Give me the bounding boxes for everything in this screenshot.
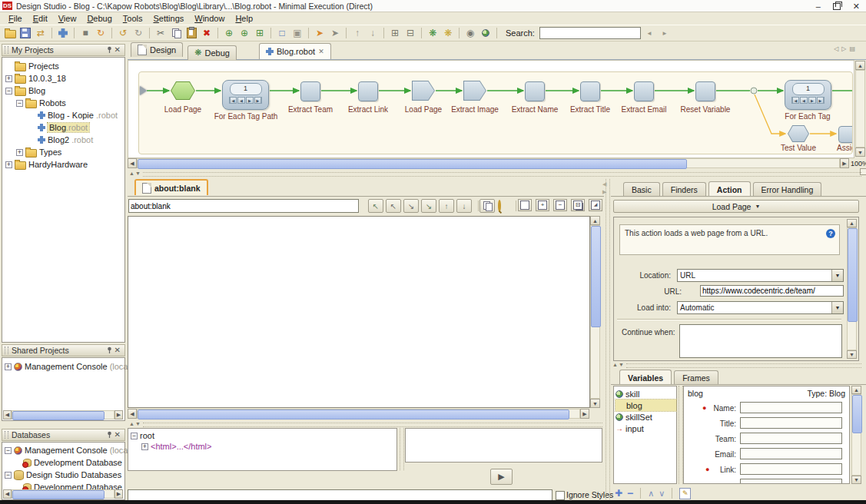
tab-action[interactable]: Action — [708, 181, 751, 197]
field-team-input[interactable] — [740, 433, 842, 444]
tree-item-projects[interactable]: Projects — [5, 60, 124, 72]
cut-icon[interactable]: ✂ — [154, 27, 168, 40]
tree-item-hardyhardware[interactable]: HardyHardware — [5, 158, 124, 171]
collapse-all-icon[interactable]: ⊟ — [403, 27, 417, 40]
menu-view[interactable]: View — [53, 12, 82, 25]
viewport-scroll-left[interactable]: ◀ — [128, 409, 137, 419]
tree-item-dev-database-1[interactable]: Development Database — [5, 456, 124, 469]
insert-step-after-icon[interactable]: ⊕ — [237, 27, 251, 40]
horizontal-scrollbar[interactable] — [12, 489, 114, 499]
edit-variable-icon[interactable]: ✎ — [679, 488, 691, 499]
dom-html-row[interactable]: <html>...</html> — [131, 441, 397, 452]
loop-prev-icon[interactable]: ◀ — [237, 97, 245, 104]
tree-item-robots[interactable]: Robots — [5, 97, 124, 109]
menu-settings[interactable]: Settings — [148, 12, 190, 25]
browse-at-icon[interactable]: ◉ — [463, 27, 477, 40]
scrollbar-thumb[interactable] — [138, 159, 687, 169]
splitter-collapse-icons[interactable]: ▲▼ — [129, 421, 141, 426]
step-reset-variable[interactable] — [695, 81, 715, 101]
search-next-icon[interactable]: ► — [658, 27, 672, 40]
loop-first-icon[interactable]: ◀ — [791, 97, 799, 104]
splitter-collapse-icons[interactable]: ▲▼ — [129, 171, 141, 176]
debug-run-icon[interactable]: ❋ — [426, 27, 440, 40]
move-variable-down-icon[interactable]: ∨ — [659, 489, 665, 499]
close-button[interactable]: ✕ — [853, 1, 860, 12]
viewport-scroll-right[interactable]: ▶ — [580, 409, 589, 419]
splitter-collapse-icons[interactable]: ▲▼ — [612, 362, 625, 367]
url-input[interactable] — [700, 285, 844, 297]
move-variable-up-icon[interactable]: ∧ — [648, 489, 654, 499]
field-name-input[interactable] — [740, 402, 842, 413]
step-out-icon[interactable]: ➤ — [328, 27, 342, 40]
variable-input[interactable]: → input — [615, 423, 676, 434]
step-extract-team[interactable] — [300, 81, 320, 101]
variable-skillset[interactable]: skillSet — [615, 411, 676, 423]
flow-horizontal-scrollbar[interactable] — [137, 158, 840, 168]
field-link-input[interactable] — [740, 463, 842, 475]
browser-viewport[interactable] — [128, 216, 590, 408]
tab-variables[interactable]: Variables — [619, 370, 672, 385]
action-selector-dropdown[interactable]: Load Page ▼ — [613, 200, 859, 213]
flow-vertical-scrollbar[interactable] — [855, 70, 865, 148]
tree-item-blog-robot-selected[interactable]: Blog.robot — [5, 121, 124, 134]
panel-scroll-up[interactable]: ▲ — [847, 219, 857, 227]
expand-icon[interactable] — [5, 75, 12, 82]
expand-icon[interactable] — [5, 161, 12, 168]
tab-finders[interactable]: Finders — [662, 182, 706, 196]
tree-item-blog-project[interactable]: Blog — [5, 85, 124, 97]
tab-about-blank[interactable]: about:blank — [134, 179, 208, 195]
vertical-splitter[interactable] — [400, 428, 404, 470]
menu-window[interactable]: Window — [189, 12, 230, 25]
step-over-icon[interactable]: ➤ — [313, 27, 327, 40]
tab-error-handling[interactable]: Error Handling — [753, 182, 822, 196]
search-prev-icon[interactable]: ◄ — [642, 27, 656, 40]
step-extract-link[interactable] — [358, 81, 378, 101]
viewport-vertical-scrollbar[interactable] — [590, 225, 600, 399]
paste-icon[interactable] — [184, 27, 198, 40]
loop-last-icon[interactable]: ▶ — [254, 97, 262, 104]
scrollbar-thumb[interactable] — [138, 410, 569, 419]
undo-icon[interactable]: ↺ — [116, 27, 130, 40]
sync-icon[interactable]: ⇄ — [34, 27, 48, 40]
copy-page-icon[interactable] — [479, 199, 495, 213]
debug-step-icon[interactable]: ❋ — [441, 27, 455, 40]
menu-file[interactable]: File — [3, 12, 28, 25]
clear-selection-icon[interactable]: ▣ — [290, 27, 304, 40]
loop-prev-icon[interactable]: ◀ — [800, 97, 808, 104]
move-up-icon[interactable]: ↑ — [350, 27, 364, 40]
expand-all-icon[interactable]: ⊞ — [388, 27, 402, 40]
scrollbar-thumb[interactable] — [12, 490, 105, 499]
pin-icon[interactable] — [106, 46, 113, 54]
copy-icon[interactable] — [169, 27, 183, 40]
vertical-splitter[interactable] — [606, 179, 610, 499]
delete-icon[interactable]: ✖ — [200, 27, 214, 40]
close-panel-icon[interactable]: ✕ — [113, 346, 122, 354]
flow-scroll-down-button[interactable]: ▼ — [855, 148, 865, 157]
field-title-input[interactable] — [740, 417, 842, 429]
zoom-out-icon[interactable]: − — [553, 199, 567, 211]
viewport-scroll-down[interactable]: ▼ — [590, 399, 600, 408]
tree-item-types[interactable]: Types — [5, 146, 124, 158]
loop-next-icon[interactable]: ▶ — [246, 97, 254, 104]
flow-scroll-right-button[interactable]: ▶ — [840, 158, 849, 168]
tree-item-blog-kopie-robot[interactable]: Blog - Kopie.robot — [5, 109, 124, 121]
restore-button[interactable] — [833, 3, 841, 10]
collapse-icon[interactable] — [5, 88, 12, 94]
collapse-icon[interactable] — [5, 472, 12, 479]
nav-down-icon[interactable]: ↓ — [456, 199, 472, 213]
scrollbar-thumb[interactable] — [848, 228, 858, 322]
tab-scroll-controls[interactable]: ◁▷▤ — [834, 45, 858, 52]
step-for-each-tag[interactable]: 1 ◀ ◀ ▶ ▶ — [785, 80, 831, 110]
minimize-button[interactable]: – — [816, 1, 821, 12]
scroll-right-button[interactable]: ▶ — [114, 489, 123, 499]
ignore-styles-checkbox[interactable] — [556, 491, 565, 500]
move-down-icon[interactable]: ↓ — [366, 27, 380, 40]
stop-icon[interactable]: ■ — [78, 27, 92, 40]
debug-robot-icon[interactable] — [56, 27, 70, 40]
search-input[interactable] — [539, 27, 641, 39]
address-input[interactable] — [128, 199, 359, 213]
panel-scroll-down[interactable]: ▼ — [847, 350, 857, 359]
vars-scroll-up[interactable]: ▲ — [851, 386, 861, 394]
zoom-multi-icon[interactable]: ⊟ — [571, 199, 585, 211]
step-for-each-tag-path[interactable]: 1 ◀ ◀ ▶ ▶ — [222, 80, 269, 110]
